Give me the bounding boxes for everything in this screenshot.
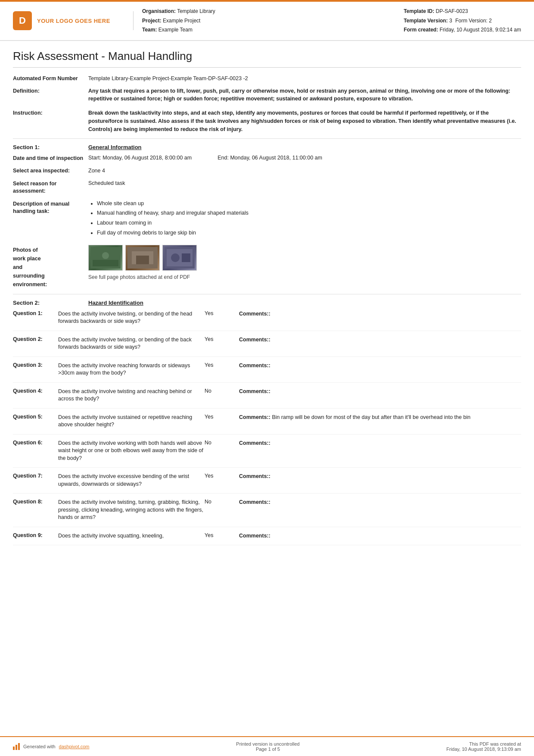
photos-label-text: Photos ofwork placeandsurroundingenviron… bbox=[13, 247, 47, 287]
question-answer: No bbox=[205, 388, 239, 403]
comments-label: Comments:: bbox=[239, 499, 270, 505]
section1-label: Section 1: bbox=[13, 144, 88, 150]
instruction-value: Break down the task/activity into steps,… bbox=[88, 109, 521, 133]
team-line: Team: Example Team bbox=[142, 25, 215, 35]
footer: Generated with dashpivot.com Printed ver… bbox=[0, 736, 534, 756]
main-content: Risk Assessment - Manual Handling Automa… bbox=[0, 41, 534, 585]
form-version-label: Form Version: bbox=[455, 18, 487, 24]
question-label: Question 7: bbox=[13, 473, 58, 488]
question-text: Does the activity involve sustained or r… bbox=[58, 414, 205, 429]
question-answer: Yes bbox=[205, 310, 239, 325]
instruction-label: Instruction: bbox=[13, 109, 88, 133]
comments-label: Comments:: bbox=[239, 440, 270, 446]
footer-pdf-created: This PDF was created at bbox=[447, 741, 521, 747]
question-answer: Yes bbox=[205, 473, 239, 488]
svg-point-10 bbox=[171, 253, 180, 262]
photo-thumb-3 bbox=[162, 245, 197, 271]
template-id-label: Template ID: bbox=[404, 8, 434, 14]
question-row: Question 3: Does the activity involve re… bbox=[13, 362, 521, 383]
question-row: Question 7: Does the activity involve ex… bbox=[13, 473, 521, 494]
question-answer: Yes bbox=[205, 414, 239, 429]
question-label: Question 5: bbox=[13, 414, 58, 429]
comments-label: Comments:: bbox=[239, 533, 270, 539]
automated-form-value: Template Library-Example Project-Example… bbox=[88, 75, 521, 83]
select-area-label: Select area inspected: bbox=[13, 167, 88, 175]
description-list: Whole site clean up Manual handling of h… bbox=[88, 200, 521, 237]
question-text: Does the activity involve excessive bend… bbox=[58, 473, 205, 488]
photo-caption: See full page photos attached at end of … bbox=[88, 273, 521, 281]
section1-row: Section 1: General Information bbox=[13, 144, 521, 150]
header: D YOUR LOGO GOES HERE Organisation: Temp… bbox=[0, 2, 534, 41]
question-comments: Comments:: bbox=[239, 473, 521, 488]
section2-value: Hazard Identification bbox=[88, 300, 521, 306]
question-answer: No bbox=[205, 440, 239, 462]
select-reason-value: Scheduled task bbox=[88, 179, 521, 195]
footer-center: Printed version is uncontrolled Page 1 o… bbox=[236, 741, 299, 752]
select-reason-label: Select reason for assessment: bbox=[13, 179, 88, 195]
date-inspection-label-text: Date and time of inspection bbox=[13, 155, 83, 161]
form-version-value: 2 bbox=[489, 18, 492, 24]
date-row: Start: Monday, 06 August 2018, 8:00:00 a… bbox=[88, 154, 521, 162]
form-created-label: Form created: bbox=[404, 27, 438, 33]
comments-label: Comments:: bbox=[239, 362, 270, 369]
question-row: Question 4: Does the activity involve tw… bbox=[13, 388, 521, 409]
question-label: Question 9: bbox=[13, 532, 58, 540]
section1-heading: General Information bbox=[88, 144, 142, 150]
project-label: Project: bbox=[142, 18, 161, 24]
photos-value: See full page photos attached at end of … bbox=[88, 245, 521, 289]
question-answer: Yes bbox=[205, 532, 239, 540]
question-label: Question 4: bbox=[13, 388, 58, 403]
comments-label: Comments:: bbox=[239, 473, 270, 479]
dp-bars bbox=[13, 743, 20, 750]
description-label-text: Description of manual handling task: bbox=[13, 201, 69, 215]
question-row: Question 8: Does the activity involve tw… bbox=[13, 499, 521, 527]
date-inspection-label: Date and time of inspection bbox=[13, 154, 88, 162]
select-area-value: Zone 4 bbox=[88, 167, 521, 175]
svg-rect-7 bbox=[136, 256, 149, 264]
logo-text: YOUR LOGO GOES HERE bbox=[37, 18, 110, 24]
question-comments: Comments:: bbox=[239, 532, 521, 540]
date-inspection-row: Date and time of inspection Start: Monda… bbox=[13, 154, 521, 162]
footer-uncontrolled: Printed version is uncontrolled bbox=[236, 741, 299, 747]
question-label: Question 3: bbox=[13, 362, 58, 377]
question-text: Does the activity involve twisting, or b… bbox=[58, 310, 205, 325]
question-label: Question 6: bbox=[13, 440, 58, 462]
list-item: Whole site clean up bbox=[97, 200, 521, 208]
divider-1 bbox=[13, 138, 521, 139]
dashpivot-icon bbox=[13, 743, 20, 750]
automated-form-row: Automated Form Number Template Library-E… bbox=[13, 75, 521, 83]
question-text: Does the activity involve twisting, turn… bbox=[58, 499, 205, 522]
question-comments: Comments:: bbox=[239, 388, 521, 403]
comments-label: Comments:: bbox=[239, 311, 270, 317]
automated-form-label: Automated Form Number bbox=[13, 75, 88, 83]
header-meta-left: Organisation: Template Library Project: … bbox=[142, 7, 215, 35]
org-label: Organisation: bbox=[142, 8, 176, 14]
questions-section: Question 1: Does the activity involve tw… bbox=[13, 310, 521, 546]
question-row: Question 2: Does the activity involve tw… bbox=[13, 336, 521, 357]
footer-pdf-date: Friday, 10 August 2018, 9:13:09 am bbox=[447, 747, 521, 752]
question-text: Does the activity involve twisting, or b… bbox=[58, 336, 205, 351]
section1-value: General Information bbox=[88, 144, 521, 150]
footer-generated-text: Generated with bbox=[23, 744, 56, 749]
dp-bar-2 bbox=[16, 745, 17, 750]
question-comments: Comments:: Bin ramp will be down for mos… bbox=[239, 414, 521, 429]
question-comments: Comments:: bbox=[239, 440, 521, 462]
select-reason-row: Select reason for assessment: Scheduled … bbox=[13, 179, 521, 195]
footer-page: Page 1 of 5 bbox=[236, 747, 299, 752]
comments-text: Bin ramp will be down for most of the da… bbox=[272, 414, 470, 420]
section2-heading: Hazard Identification bbox=[88, 300, 143, 306]
photo-thumb-1 bbox=[88, 245, 123, 271]
definition-label: Definition: bbox=[13, 87, 88, 103]
select-area-row: Select area inspected: Zone 4 bbox=[13, 167, 521, 175]
definition-row: Definition: Any task that requires a per… bbox=[13, 87, 521, 103]
svg-rect-4 bbox=[93, 260, 118, 266]
dashpivot-link[interactable]: dashpivot.com bbox=[59, 744, 90, 749]
question-answer: Yes bbox=[205, 336, 239, 351]
list-item: Full day of moving debris to large skip … bbox=[97, 229, 521, 237]
form-created-line: Form created: Friday, 10 August 2018, 9:… bbox=[404, 25, 521, 35]
footer-left: Generated with dashpivot.com bbox=[13, 743, 90, 750]
main-title: Risk Assessment - Manual Handling bbox=[13, 50, 521, 68]
question-label: Question 8: bbox=[13, 499, 58, 522]
form-created-value: Friday, 10 August 2018, 9:02:14 am bbox=[440, 27, 521, 33]
description-row: Description of manual handling task: Who… bbox=[13, 200, 521, 239]
